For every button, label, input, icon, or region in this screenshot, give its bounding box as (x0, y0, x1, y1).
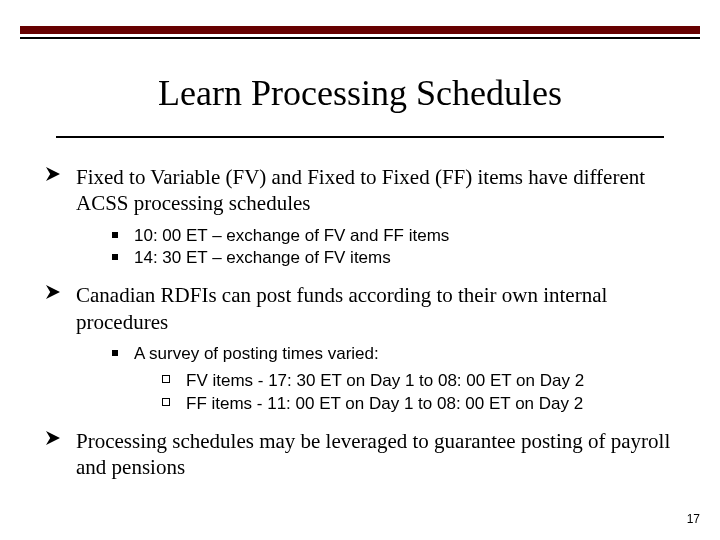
page-number: 17 (687, 512, 700, 526)
sub-item: A survey of posting times varied: FV ite… (112, 343, 680, 416)
subsub-text: FF items - 11: 00 ET on Day 1 to 08: 00 … (186, 394, 583, 413)
svg-marker-1 (46, 285, 60, 299)
slide: Learn Processing Schedules Fixed to Vari… (0, 0, 720, 540)
svg-marker-0 (46, 167, 60, 181)
sub-text: A survey of posting times varied: (134, 344, 379, 363)
bullet-item: Processing schedules may be leveraged to… (40, 428, 680, 481)
square-icon (112, 350, 118, 356)
header-underline (20, 37, 700, 39)
subsub-item: FF items - 11: 00 ET on Day 1 to 08: 00 … (162, 393, 680, 416)
subsub-list: FV items - 17: 30 ET on Day 1 to 08: 00 … (134, 370, 680, 416)
arrow-icon (46, 285, 60, 299)
box-icon (162, 375, 170, 383)
header-bar (20, 26, 700, 34)
sub-list: 10: 00 ET – exchange of FV and FF items … (76, 225, 680, 271)
title-underline (56, 136, 664, 138)
sub-item: 14: 30 ET – exchange of FV items (112, 247, 680, 270)
bullet-text: Canadian RDFIs can post funds according … (76, 283, 607, 333)
bullet-item: Fixed to Variable (FV) and Fixed to Fixe… (40, 164, 680, 270)
content-area: Fixed to Variable (FV) and Fixed to Fixe… (40, 164, 680, 492)
bullet-text: Fixed to Variable (FV) and Fixed to Fixe… (76, 165, 645, 215)
bullet-text: Processing schedules may be leveraged to… (76, 429, 670, 479)
bullet-item: Canadian RDFIs can post funds according … (40, 282, 680, 415)
sub-item: 10: 00 ET – exchange of FV and FF items (112, 225, 680, 248)
subsub-item: FV items - 17: 30 ET on Day 1 to 08: 00 … (162, 370, 680, 393)
arrow-icon (46, 431, 60, 445)
header-stripe (20, 26, 700, 39)
svg-marker-2 (46, 431, 60, 445)
sub-text: 10: 00 ET – exchange of FV and FF items (134, 226, 449, 245)
arrow-icon (46, 167, 60, 181)
sub-list: A survey of posting times varied: FV ite… (76, 343, 680, 416)
subsub-text: FV items - 17: 30 ET on Day 1 to 08: 00 … (186, 371, 584, 390)
square-icon (112, 254, 118, 260)
bullet-list: Fixed to Variable (FV) and Fixed to Fixe… (40, 164, 680, 480)
square-icon (112, 232, 118, 238)
box-icon (162, 398, 170, 406)
slide-title: Learn Processing Schedules (0, 72, 720, 114)
sub-text: 14: 30 ET – exchange of FV items (134, 248, 391, 267)
